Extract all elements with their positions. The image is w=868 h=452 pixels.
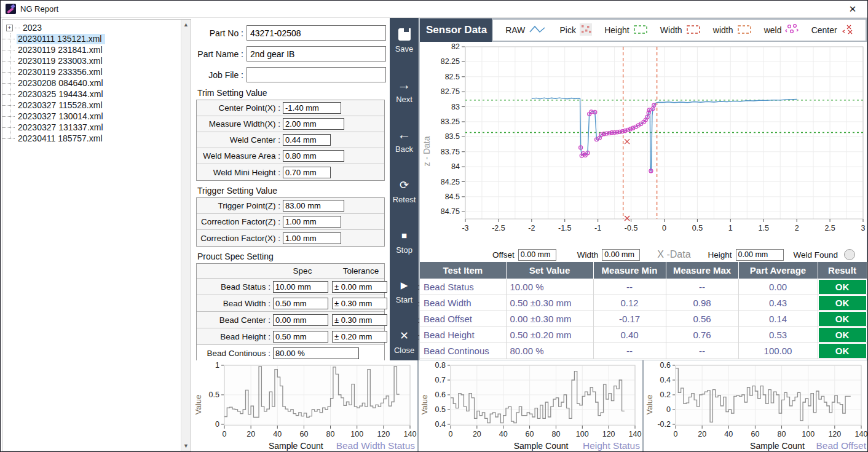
svg-text:120: 120 [377, 430, 390, 438]
spec-value-input[interactable] [273, 281, 328, 293]
spec-row: Bead Height :✓Enable [197, 328, 384, 345]
tree-item[interactable]: 20230325 194434.xml [2, 89, 181, 100]
svg-text:60: 60 [751, 430, 759, 438]
trim-label: Weld Mini Height : [197, 168, 283, 177]
cell-measure-max: 0.56 [666, 311, 738, 327]
start-button[interactable]: ▶Start [390, 277, 419, 304]
tree-item-label: 20230327 130014.xml [17, 111, 107, 122]
cell-measure-min: -0.17 [593, 311, 666, 327]
window-close-icon[interactable]: ✕ [845, 4, 860, 15]
trim-input[interactable] [283, 150, 344, 162]
trim-input[interactable] [283, 134, 331, 146]
tree-item[interactable]: 20230327 115528.xml [2, 100, 181, 111]
cell-part-average: 0.00 [738, 279, 818, 295]
tree-item[interactable]: 20230327 131337.xml [2, 122, 181, 133]
tolerance-value-input[interactable] [332, 314, 387, 326]
chart-title: Bead Width Status [336, 440, 416, 451]
trim-input[interactable] [283, 167, 331, 178]
stop-button[interactable]: ■Stop [390, 228, 419, 255]
stop-label: Stop [396, 245, 412, 255]
svg-text:140: 140 [855, 430, 868, 438]
col-header-measure-min: Measure Min [593, 262, 666, 279]
svg-text:-3: -3 [462, 224, 468, 232]
tolerance-value-input[interactable] [332, 281, 387, 293]
svg-text:40: 40 [499, 430, 508, 438]
tree-scrollbar[interactable]: ▲ ▼ [181, 20, 191, 451]
tolerance-value-input[interactable] [332, 298, 387, 309]
close-button[interactable]: ✕Close [390, 328, 419, 355]
tree-item[interactable]: 20230327 130014.xml [2, 111, 181, 122]
tree-item[interactable]: 20230119 233356.xml [2, 66, 181, 77]
tree-item-label: 20230325 194434.xml [17, 89, 107, 100]
part-no-input[interactable] [247, 25, 386, 41]
title-bar: NG Report ✕ [1, 1, 867, 18]
spec-header-row: SpecToleranceCheck [197, 264, 384, 279]
bead-continous-input[interactable] [273, 347, 359, 359]
spec-value-input[interactable] [273, 298, 328, 309]
height-value-input[interactable] [736, 249, 784, 261]
scroll-up-icon[interactable]: ▲ [181, 20, 191, 30]
retest-button[interactable]: ⟳Retest [390, 177, 419, 204]
svg-text:140: 140 [629, 430, 642, 438]
sensor-panel: Sensor Data RAWPickHeightWidthwidthweldC… [419, 18, 867, 360]
close-label: Close [394, 346, 414, 355]
tree-item-label: 20230411 185757.xml [17, 133, 106, 144]
svg-text:100: 100 [350, 430, 363, 438]
width-value-input[interactable] [602, 249, 640, 261]
spec-row: Bead Center :✓Enable [197, 312, 384, 328]
trigger-input[interactable] [283, 216, 341, 228]
svg-text:0: 0 [223, 430, 227, 438]
bead-continous-row: Bead Continous : [197, 345, 384, 361]
tree-guide [2, 138, 15, 139]
svg-text:60: 60 [526, 430, 534, 438]
tree-item[interactable]: 20230111 135121.xml [2, 33, 181, 44]
trim-setting-group: Center Point(X) :Measure Width(X) :Weld … [196, 100, 385, 181]
job-file-input[interactable] [247, 67, 386, 82]
col-header-part-average: Part Average [738, 262, 818, 279]
tree-item[interactable]: 20230208 084640.xml [2, 77, 181, 89]
status-badge: OK [819, 312, 866, 326]
pick-dots-icon [580, 23, 592, 38]
tree-item[interactable]: 20230119 233003.xml [2, 55, 181, 66]
col-header-test-item: Test Item [420, 262, 506, 279]
trigger-input[interactable] [283, 200, 344, 212]
back-label: Back [395, 145, 413, 154]
legend-item-height: Height [604, 25, 647, 36]
svg-text:20: 20 [698, 430, 706, 438]
tree-item[interactable]: 20230411 185757.xml [2, 133, 181, 144]
trigger-row: Correction Factor(Z) : [197, 214, 384, 230]
legend-label: width [713, 25, 733, 35]
svg-text:80: 80 [326, 430, 335, 438]
trigger-setting-group: Trigger Point(Z) :Correction Factor(Z) :… [196, 197, 385, 247]
tree-item-label: 20230208 084640.xml [17, 78, 107, 89]
offset-label: Offset [492, 250, 515, 260]
svg-text:140: 140 [404, 430, 417, 438]
trim-input[interactable] [283, 118, 344, 130]
spec-value-input[interactable] [273, 331, 328, 343]
scroll-down-icon[interactable]: ▼ [181, 441, 191, 451]
save-label: Save [395, 44, 414, 54]
status-charts-strip: 00.51020406080100120140ValueSample Count… [192, 360, 867, 452]
cell-test-item: Bead Height [420, 327, 506, 343]
part-name-input[interactable] [247, 46, 386, 61]
tree-root-label[interactable]: 2023 [22, 23, 45, 33]
offset-value-input[interactable] [518, 249, 556, 261]
tolerance-value-input[interactable] [332, 331, 387, 343]
tree-item[interactable]: 20230119 231841.xml [2, 44, 181, 55]
back-button[interactable]: ←Back [390, 127, 419, 154]
job-file-row: Job File : [195, 67, 386, 82]
dashed-rect-orange-icon [737, 25, 752, 36]
spec-row-label: Bead Center : [197, 315, 273, 325]
svg-text:60: 60 [299, 430, 308, 438]
next-button[interactable]: →Next [390, 77, 419, 104]
expand-icon[interactable]: + [6, 25, 13, 31]
tree-guide-line [10, 33, 10, 139]
svg-text:83.5: 83.5 [445, 132, 460, 141]
trim-input[interactable] [283, 102, 341, 114]
spec-value-input[interactable] [273, 314, 328, 326]
legend-label: RAW [505, 25, 525, 35]
trigger-input[interactable] [283, 232, 341, 244]
save-button[interactable]: Save [390, 26, 419, 54]
cell-set-value: 80.00 % [506, 343, 593, 359]
cell-set-value: 10.00 % [506, 279, 593, 295]
